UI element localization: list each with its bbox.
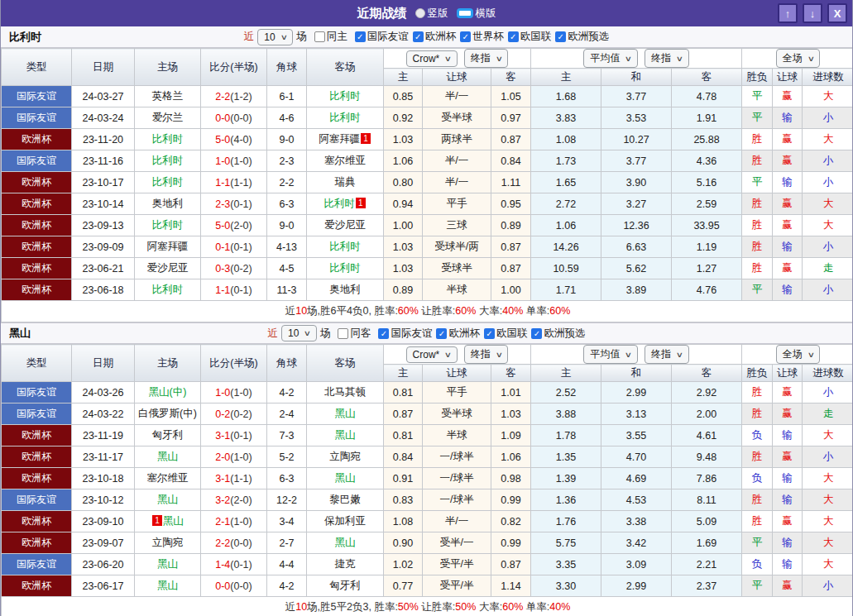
match-row: 欧洲杯23-11-19匈牙利3-1(0-1)7-3黑山0.81半球1.091.7…	[2, 425, 853, 446]
checkbox-checked-icon[interactable]: ✓	[460, 31, 471, 42]
move-up-button[interactable]: ↑	[778, 3, 798, 23]
odds-stage-select[interactable]: 终指∨	[464, 49, 509, 68]
checkbox-checked-icon[interactable]: ✓	[355, 31, 366, 42]
handicap-result-cell: 赢	[773, 129, 803, 150]
radio-selected-icon[interactable]	[457, 8, 473, 18]
checkbox-checked-icon[interactable]: ✓	[413, 31, 424, 42]
home-odds-cell: 1.03	[384, 236, 423, 258]
home-odds-cell: 0.91	[384, 468, 423, 489]
avg-stage-select[interactable]: 终指∨	[645, 49, 689, 68]
goals-result-cell: 小	[803, 575, 853, 597]
checkbox-checked-icon[interactable]: ✓	[531, 328, 542, 339]
avg-draw-cell: 3.27	[601, 193, 672, 215]
league-filter-checkbox[interactable]: ✓欧洲杯	[436, 327, 480, 341]
match-date: 23-10-12	[72, 489, 135, 511]
layout-horizontal-option[interactable]: 横版	[457, 7, 496, 21]
radio-unselected-icon[interactable]	[415, 8, 425, 18]
home-odds-cell: 1.02	[384, 554, 423, 575]
match-type-badge: 欧洲杯	[2, 215, 72, 236]
fulltime-score: 3-2	[215, 494, 230, 506]
match-type-badge: 欧洲杯	[2, 575, 72, 597]
match-type-badge: 国际友谊	[2, 150, 72, 172]
summary-percent: 60%	[455, 305, 476, 317]
league-filter-checkbox[interactable]: ✓欧洲预选	[555, 30, 609, 44]
fulltime-score: 1-0	[215, 155, 230, 167]
odds-stage-select[interactable]: 终指∨	[464, 345, 509, 364]
league-filter-checkbox[interactable]: ✓国际友谊	[378, 327, 432, 341]
layout-vertical-option[interactable]: 竖版	[415, 7, 448, 21]
checkbox-checked-icon[interactable]: ✓	[436, 328, 447, 339]
match-count-select[interactable]: 10∨	[257, 29, 293, 45]
away-odds-cell: 0.87	[491, 236, 531, 258]
match-row: 欧洲杯23-10-14奥地利2-3(0-1)6-3比利时10.94平手0.952…	[2, 193, 853, 215]
close-button[interactable]: X	[827, 3, 847, 23]
away-team-cell: 比利时	[307, 236, 384, 258]
league-filter-checkbox[interactable]: ✓世界杯	[460, 30, 504, 44]
checkbox-unchecked-icon[interactable]	[314, 31, 325, 42]
bookmaker-select[interactable]: Crow*∨	[406, 50, 458, 67]
fullmatch-select[interactable]: 全场∨	[776, 345, 821, 364]
red-card-badge: 1	[361, 133, 371, 144]
checkbox-checked-icon[interactable]: ✓	[555, 31, 566, 42]
league-filter-checkbox[interactable]: ✓国际友谊	[355, 30, 409, 44]
home-odds-cell: 1.06	[384, 150, 423, 172]
away-team-cell: 爱沙尼亚	[307, 215, 384, 236]
sub-away-odds: 客	[491, 365, 531, 382]
away-odds-cell: 0.99	[491, 489, 531, 511]
checkbox-checked-icon[interactable]: ✓	[484, 328, 495, 339]
team-label: 捷克	[335, 558, 356, 570]
away-odds-cell: 1.11	[491, 172, 531, 193]
summary-text: 场,胜5平2负3, 胜率:	[307, 601, 398, 613]
handicap-cell: 半/一	[423, 150, 491, 172]
league-filter-checkbox[interactable]: ✓欧洲杯	[413, 30, 457, 44]
home-odds-cell: 0.85	[384, 86, 423, 107]
avg-draw-cell: 3.09	[601, 554, 672, 575]
sub-handicap-result: 让球	[773, 69, 803, 86]
home-team-cell: 阿塞拜疆	[135, 236, 201, 258]
avg-away-cell: 9.48	[672, 446, 742, 468]
match-count-select[interactable]: 10∨	[281, 325, 317, 341]
team-label: 匈牙利	[329, 580, 361, 591]
bookmaker-select[interactable]: Crow*∨	[406, 346, 458, 363]
halftime-score: (0-2)	[230, 263, 252, 275]
league-filter-checkbox[interactable]: ✓欧国联	[484, 327, 528, 341]
checkbox-unchecked-icon[interactable]	[338, 328, 348, 339]
sub-home-odds: 主	[384, 365, 423, 382]
winlose-result-cell: 胜	[742, 215, 773, 236]
away-team-cell: 北马其顿	[307, 382, 384, 404]
fulltime-score: 2-1	[215, 516, 230, 528]
sub-avg-draw: 和	[601, 365, 672, 382]
handicap-cell: 半球	[423, 279, 491, 301]
away-odds-cell: 0.87	[491, 258, 531, 279]
summary-percent: 40%	[502, 305, 523, 317]
league-label: 欧国联	[496, 327, 528, 341]
league-filter-checkbox[interactable]: ✓欧洲预选	[531, 327, 585, 341]
avg-away-cell: 4.36	[672, 150, 742, 172]
team-label: 黑山	[163, 515, 184, 527]
avg-stage-select[interactable]: 终指∨	[645, 345, 689, 364]
chevron-down-icon: ∨	[625, 55, 632, 63]
winlose-result-cell: 胜	[742, 129, 773, 150]
match-type-badge: 国际友谊	[2, 489, 72, 511]
league-filter-checkbox[interactable]: ✓欧国联	[508, 30, 552, 44]
checkbox-checked-icon[interactable]: ✓	[378, 328, 389, 339]
col-type: 类型	[2, 345, 72, 382]
average-select[interactable]: 平均值∨	[583, 49, 638, 68]
fullmatch-select[interactable]: 全场∨	[776, 49, 821, 68]
average-select[interactable]: 平均值∨	[583, 345, 638, 364]
same-venue-checkbox[interactable]: 同主	[314, 30, 347, 44]
checkbox-checked-icon[interactable]: ✓	[508, 31, 519, 42]
avg-home-cell: 2.52	[531, 382, 601, 404]
same-venue-checkbox[interactable]: 同客	[338, 327, 371, 341]
handicap-result-cell: 赢	[773, 404, 803, 425]
corner-cell: 4-6	[267, 107, 307, 129]
winlose-result-cell: 平	[742, 279, 773, 301]
avg-home-cell: 1.39	[531, 468, 601, 489]
away-odds-cell: 1.05	[491, 86, 531, 107]
sub-away-odds: 客	[491, 69, 531, 86]
away-odds-cell: 1.01	[491, 382, 531, 404]
fulltime-score: 2-2	[215, 537, 230, 549]
move-down-button[interactable]: ↓	[803, 3, 822, 23]
halftime-score: (0-1)	[230, 198, 252, 210]
winlose-result-cell: 负	[742, 468, 773, 489]
